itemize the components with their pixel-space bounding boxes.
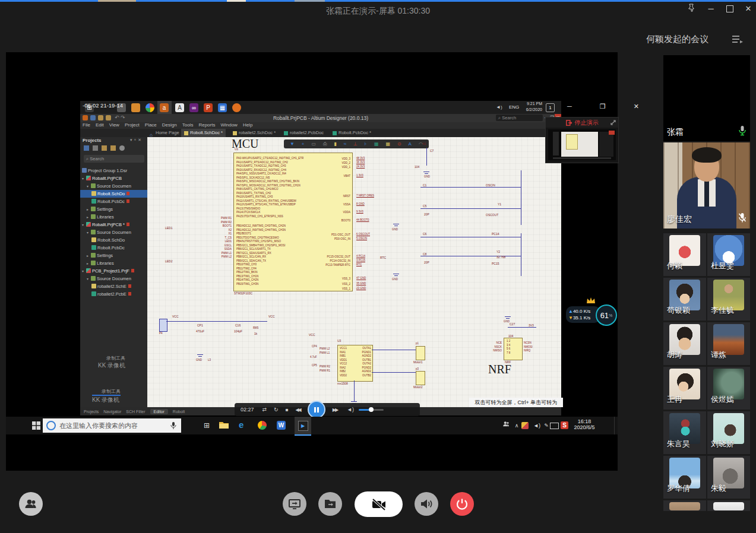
volume-slider[interactable] bbox=[359, 409, 384, 411]
tree-item[interactable]: ▸Settings bbox=[80, 252, 154, 259]
menu-item[interactable]: View bbox=[109, 122, 119, 128]
participants-button[interactable] bbox=[19, 492, 43, 516]
video-player-window[interactable]: ─ ❐ ✕ -06-02 21-19-14 ⊞ a A ∞ P ▦ ◄) bbox=[80, 101, 618, 415]
tree-item[interactable]: ▾Source Documen bbox=[80, 182, 154, 190]
shared-screen-area[interactable]: ─ ❐ ✕ -06-02 21-19-14 ⊞ a A ∞ P ▦ ◄) bbox=[6, 52, 618, 471]
participant-list-toggle-icon[interactable] bbox=[732, 35, 744, 46]
repeat-icon[interactable]: ↻ bbox=[274, 407, 279, 413]
participant-tile[interactable]: 胡涛 bbox=[663, 322, 706, 365]
video-tile-camera[interactable]: 廖佳宏 bbox=[663, 142, 750, 229]
participant-tile[interactable]: 杜昱雯 bbox=[707, 233, 750, 276]
menu-item[interactable]: Design bbox=[162, 122, 177, 128]
end-call-button[interactable] bbox=[450, 492, 474, 516]
people-tray-icon[interactable] bbox=[500, 420, 512, 432]
volume-icon[interactable]: ◄) bbox=[347, 407, 354, 413]
tree-item[interactable]: ▾Roballt.PrjPCB bbox=[80, 175, 149, 182]
tray-keyboard-icon[interactable] bbox=[550, 423, 559, 429]
tree-item[interactable]: ▸Libraries bbox=[80, 259, 154, 267]
stop-share-label[interactable]: 停止演示 bbox=[575, 119, 599, 127]
menu-item[interactable]: Help bbox=[243, 122, 252, 128]
motor-driver-symbol[interactable]: VCC1INA1INB1VDD1VCC2INA2INB2VDD2 OUTA1PG… bbox=[337, 345, 373, 382]
nrf-connector-symbol[interactable]: 1 23 45 67 8 bbox=[504, 338, 523, 360]
participant-tile[interactable]: 刘晓娇 bbox=[707, 411, 750, 454]
menu-item[interactable]: Place bbox=[145, 122, 157, 128]
projects-search-input[interactable]: ⌕ Search bbox=[84, 155, 144, 163]
participant-tile-partial[interactable] bbox=[707, 500, 750, 511]
participant-tile[interactable]: 王冉 bbox=[663, 367, 706, 410]
tree-item[interactable]: ▾Source Documen bbox=[80, 275, 154, 283]
task-view-icon[interactable]: ⊞ bbox=[201, 420, 213, 432]
stop-icon[interactable]: ■ bbox=[286, 407, 289, 413]
floating-toolbar[interactable]: ▼+▭⎙▮≈⊥⊦▦▦⊙A◠ bbox=[284, 139, 429, 148]
player-window-controls[interactable]: ─ ❐ ✕ bbox=[567, 103, 652, 110]
participant-tile[interactable]: 朱毅 bbox=[707, 456, 750, 499]
pause-button[interactable] bbox=[308, 401, 325, 418]
chrome-icon bbox=[145, 103, 154, 112]
start-button[interactable] bbox=[32, 421, 40, 432]
participant-tile[interactable]: 朱言昊 bbox=[663, 411, 706, 454]
menu-item[interactable]: Reports bbox=[198, 122, 215, 128]
taskbar-clock[interactable]: 16:18 2020/6/5 bbox=[572, 418, 596, 430]
status-tab[interactable]: SCH Filter bbox=[126, 410, 145, 414]
share-screen-button[interactable] bbox=[283, 492, 306, 516]
tab-schdoc-active[interactable]: Robolt.SchDoc * bbox=[181, 129, 226, 137]
video-player-taskbar-active[interactable]: ▶ bbox=[295, 417, 311, 436]
wps-icon[interactable]: W bbox=[277, 421, 286, 430]
participant-tile[interactable]: 李佳毓 bbox=[707, 278, 750, 321]
show-desktop-strip[interactable] bbox=[614, 417, 618, 434]
participant-tile[interactable]: 侯煜嫣 bbox=[707, 367, 750, 410]
tree-item[interactable]: ▸Settings bbox=[80, 205, 154, 213]
participant-tile[interactable]: 谭炼 bbox=[707, 322, 750, 365]
participant-tile[interactable]: 苟银颖 bbox=[663, 278, 706, 321]
status-tab[interactable]: Navigator bbox=[103, 410, 121, 414]
schematic-canvas[interactable]: MCU ▼+▭⎙▮≈⊥⊦▦▦⊙A◠ U1 PA0-WKUP/USART2_CTS… bbox=[147, 137, 561, 407]
participant-tile-partial[interactable] bbox=[663, 500, 706, 511]
sogou-browser-icon[interactable] bbox=[258, 421, 267, 430]
search-mic-icon[interactable] bbox=[170, 421, 176, 430]
altium-menubar[interactable]: FileEditViewProjectPlaceDesignToolsRepor… bbox=[80, 122, 561, 129]
tree-item[interactable]: ▸Libraries bbox=[80, 213, 154, 221]
top-accent-strip bbox=[0, 0, 756, 2]
rewind-icon[interactable]: ◀◀ bbox=[295, 407, 300, 413]
menu-item[interactable]: Window bbox=[220, 122, 237, 128]
participant-tile[interactable]: 罗华倩 bbox=[663, 456, 706, 499]
altium-search-input[interactable]: ⌕ Search bbox=[496, 115, 543, 121]
share-file-button[interactable] bbox=[318, 492, 342, 516]
camera-toggle-button[interactable] bbox=[355, 491, 403, 517]
status-tab-active[interactable]: Editor bbox=[150, 409, 168, 414]
tab-home-page[interactable]: ⌂Home Page bbox=[147, 129, 182, 137]
video-tile-presenter[interactable]: 张霜 bbox=[663, 55, 750, 141]
tree-item[interactable]: ▾Source Documen bbox=[80, 229, 154, 236]
speaker-button[interactable] bbox=[415, 492, 438, 516]
clock-time: 16:18 bbox=[572, 418, 596, 424]
panel-controls[interactable]: ▾ ⚬ ✕ bbox=[130, 138, 141, 142]
menu-item[interactable]: Project bbox=[125, 122, 140, 128]
edge-icon[interactable]: e bbox=[239, 420, 243, 430]
player-controls[interactable]: 02:27 ⇄ ↻ ■ ◀◀ ▶▶ ◄) bbox=[235, 403, 420, 416]
panel-toolbar[interactable] bbox=[84, 145, 125, 151]
shuffle-icon[interactable]: ⇄ bbox=[262, 407, 267, 413]
stop-share-float-window[interactable]: 停止演示 bbox=[545, 117, 619, 163]
menu-item[interactable]: Edit bbox=[96, 122, 104, 128]
menu-item[interactable]: File bbox=[83, 122, 90, 128]
nrf-left-nets: NCENSCKNMISO bbox=[483, 341, 502, 353]
tree-item[interactable]: Project Group 1.Dsr bbox=[80, 167, 149, 175]
tree-item[interactable]: ▾PCB_Project1.PrjF bbox=[80, 267, 149, 275]
menu-item[interactable]: Tools bbox=[182, 122, 194, 128]
status-tab[interactable]: Projects bbox=[84, 410, 99, 414]
tab-pcbdoc2[interactable]: roballet2.PcbDoc bbox=[281, 129, 327, 137]
network-monitor-widget[interactable]: ▲40.0 K/s ▼35.1 K/s 61% bbox=[566, 297, 618, 332]
participant-tile[interactable]: 何颖 bbox=[663, 233, 706, 276]
tab-schdoc2[interactable]: roballet2.SchDoc * bbox=[230, 129, 279, 137]
tree-item[interactable]: ▾Roballt.PrjPCB * bbox=[80, 221, 149, 229]
fast-forward-icon[interactable]: ▶▶ bbox=[333, 407, 337, 413]
tray-chevron-icon[interactable]: ∧ bbox=[511, 420, 523, 432]
sogou-ime-icon[interactable]: S bbox=[561, 421, 568, 429]
expand-icon[interactable] bbox=[611, 120, 616, 125]
mcu-symbol[interactable]: PA0-WKUP/USART2_CTS/ADC12_IN0/TIM2_CH1_E… bbox=[233, 153, 353, 291]
tab-pcbdoc[interactable]: Robolt.PcbDoc * bbox=[330, 129, 374, 137]
file-explorer-icon[interactable] bbox=[219, 421, 229, 432]
filter-icon: ▼ bbox=[290, 142, 295, 147]
tray-security-icon[interactable] bbox=[521, 422, 529, 429]
taskbar-search-input[interactable]: 在这里输入你要搜索的内容 bbox=[43, 418, 181, 433]
